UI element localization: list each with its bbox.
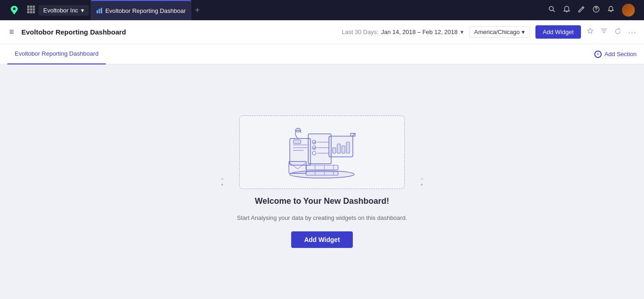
- org-selector[interactable]: Evoltobor Inc ▾: [39, 5, 89, 16]
- notifications-icon[interactable]: [563, 6, 570, 15]
- svg-rect-12: [101, 8, 102, 13]
- date-range-label: Last 30 Days:: [342, 29, 379, 35]
- left-handle-plus: +: [221, 182, 224, 187]
- svg-rect-7: [27, 11, 29, 13]
- help-icon[interactable]: [592, 6, 600, 15]
- org-chevron-icon: ▾: [81, 7, 84, 14]
- svg-rect-22: [293, 140, 301, 144]
- add-section-label: Add Section: [604, 51, 637, 58]
- add-section-icon: +: [594, 51, 602, 58]
- logo[interactable]: [6, 5, 23, 15]
- date-range-value: Jan 14, 2018 – Feb 12, 2018: [381, 29, 458, 35]
- filter-icon[interactable]: [600, 28, 608, 37]
- svg-rect-44: [289, 161, 306, 173]
- add-widget-button-top[interactable]: Add Widget: [535, 25, 581, 39]
- svg-rect-37: [306, 172, 338, 175]
- timezone-value: America/Chicago: [474, 29, 520, 35]
- svg-rect-10: [97, 10, 98, 13]
- svg-rect-36: [306, 165, 338, 170]
- svg-rect-3: [33, 6, 35, 8]
- search-icon[interactable]: [548, 6, 556, 15]
- date-range-chevron-icon: ▾: [460, 29, 464, 35]
- left-resize-handle[interactable]: ○ +: [221, 176, 224, 187]
- svg-point-13: [549, 6, 553, 11]
- svg-point-16: [596, 11, 597, 11]
- tab-label: Evoltobor Reporting Dashboar: [105, 7, 186, 14]
- svg-rect-2: [30, 6, 32, 8]
- svg-rect-34: [346, 142, 350, 153]
- active-tab[interactable]: Evoltobor Reporting Dashboar: [91, 0, 191, 20]
- welcome-subtitle: Start Analysing your data by creating wi…: [237, 213, 407, 223]
- empty-state: Welcome to Your New Dashboard! Start Ana…: [237, 115, 407, 248]
- svg-rect-11: [98, 9, 100, 13]
- bell-icon[interactable]: [607, 6, 615, 15]
- add-widget-button-center[interactable]: Add Widget: [291, 231, 353, 248]
- svg-rect-9: [33, 11, 35, 13]
- date-range-picker[interactable]: Last 30 Days: Jan 14, 2018 – Feb 12, 201…: [342, 29, 464, 35]
- svg-rect-33: [342, 146, 345, 153]
- welcome-title: Welcome to Your New Dashboard!: [255, 196, 389, 206]
- main-content: ○ +: [0, 64, 644, 299]
- dashboard-illustration: [239, 115, 405, 189]
- dashboard-tab-icon: [96, 7, 103, 14]
- illustration-svg: [262, 120, 382, 184]
- svg-rect-4: [27, 8, 29, 11]
- svg-line-14: [553, 10, 555, 12]
- new-tab-button[interactable]: +: [191, 6, 204, 15]
- refresh-icon[interactable]: [614, 28, 621, 37]
- org-name: Evoltobor Inc: [43, 7, 78, 14]
- page-title: Evoltobor Reporting Dashboard: [22, 28, 337, 36]
- apps-grid-icon[interactable]: [23, 5, 39, 15]
- svg-point-0: [13, 8, 16, 11]
- svg-rect-8: [30, 11, 32, 13]
- right-handle-dot: ○: [420, 176, 423, 181]
- add-section-button[interactable]: + Add Section: [594, 51, 637, 58]
- tab-reporting-dashboard[interactable]: Evoltobor Reporting Dashboard: [7, 44, 106, 64]
- tabs-bar: Evoltobor Reporting Dashboard + Add Sect…: [0, 44, 644, 64]
- svg-rect-31: [333, 148, 336, 153]
- right-handle-plus: +: [420, 182, 423, 187]
- more-options-icon[interactable]: ⋯: [628, 27, 637, 37]
- edit-icon[interactable]: [578, 6, 585, 15]
- top-nav-icons: [548, 4, 638, 17]
- toolbar-icons: ⋯: [586, 27, 637, 37]
- sidebar-toggle-icon[interactable]: ≡: [7, 25, 16, 39]
- svg-rect-6: [33, 8, 35, 11]
- star-icon[interactable]: [586, 28, 594, 37]
- tab-name: Evoltobor Reporting Dashboard: [15, 50, 98, 57]
- top-navigation: Evoltobor Inc ▾ Evoltobor Reporting Dash…: [0, 0, 644, 20]
- timezone-chevron-icon: ▾: [522, 29, 525, 35]
- right-resize-handle[interactable]: ○ +: [420, 176, 423, 187]
- svg-rect-5: [30, 8, 32, 11]
- svg-rect-23: [308, 134, 331, 164]
- svg-rect-1: [27, 6, 29, 8]
- svg-rect-32: [337, 144, 340, 153]
- user-avatar[interactable]: [622, 4, 635, 17]
- timezone-selector[interactable]: America/Chicago ▾: [469, 26, 530, 38]
- svg-point-35: [295, 128, 301, 132]
- secondary-toolbar: ≡ Evoltobor Reporting Dashboard Last 30 …: [0, 20, 644, 44]
- left-handle-dot: ○: [221, 176, 224, 181]
